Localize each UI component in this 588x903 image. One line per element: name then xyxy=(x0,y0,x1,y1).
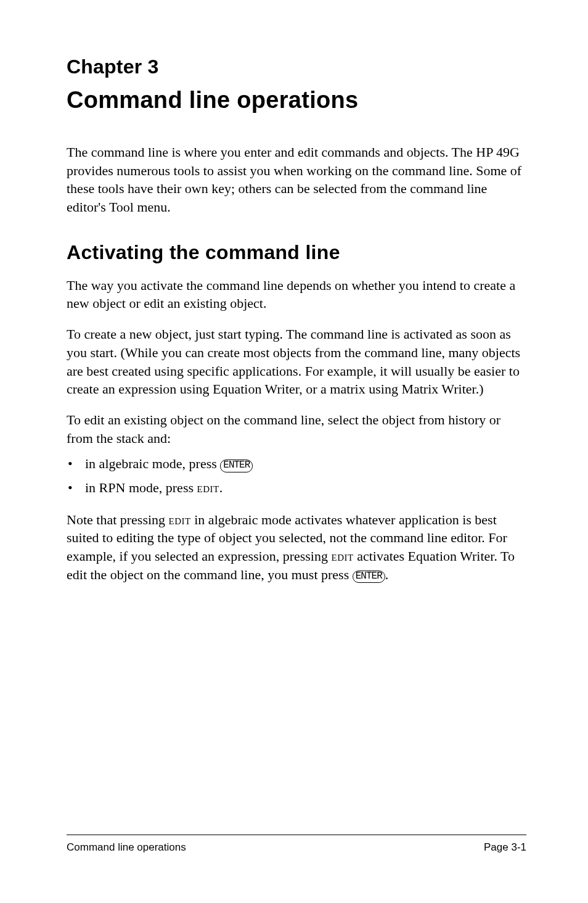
list-item-text: . xyxy=(219,480,223,495)
bullet-list: in algebraic mode, press ENTER in RPN mo… xyxy=(67,453,526,498)
list-item: in RPN mode, press edit. xyxy=(67,477,526,498)
footer-right: Page 3-1 xyxy=(484,841,526,854)
edit-smallcaps: edit xyxy=(331,549,353,564)
text-run: Note that pressing xyxy=(67,512,169,527)
enter-key-icon: ENTER xyxy=(220,460,253,472)
intro-paragraph: The command line is where you enter and … xyxy=(67,143,526,216)
section-heading: Activating the command line xyxy=(67,241,526,264)
list-item-text: in RPN mode, press xyxy=(85,480,197,495)
body-paragraph: The way you activate the command line de… xyxy=(67,276,526,313)
page-footer: Command line operations Page 3-1 xyxy=(67,835,526,854)
list-item: in algebraic mode, press ENTER xyxy=(67,453,526,474)
list-item-text: in algebraic mode, press xyxy=(85,456,220,471)
edit-smallcaps: edit xyxy=(169,513,191,527)
chapter-label: Chapter 3 xyxy=(67,56,526,78)
page-content: Chapter 3 Command line operations The co… xyxy=(0,0,588,584)
text-run: . xyxy=(385,567,389,582)
enter-key-icon: ENTER xyxy=(353,571,385,583)
chapter-title: Command line operations xyxy=(67,87,526,113)
body-paragraph: To create a new object, just start typin… xyxy=(67,325,526,398)
edit-smallcaps: edit xyxy=(197,480,219,495)
body-paragraph: To edit an existing object on the comman… xyxy=(67,411,526,447)
footer-left: Command line operations xyxy=(67,841,186,854)
body-paragraph: Note that pressing edit in algebraic mod… xyxy=(67,511,526,584)
